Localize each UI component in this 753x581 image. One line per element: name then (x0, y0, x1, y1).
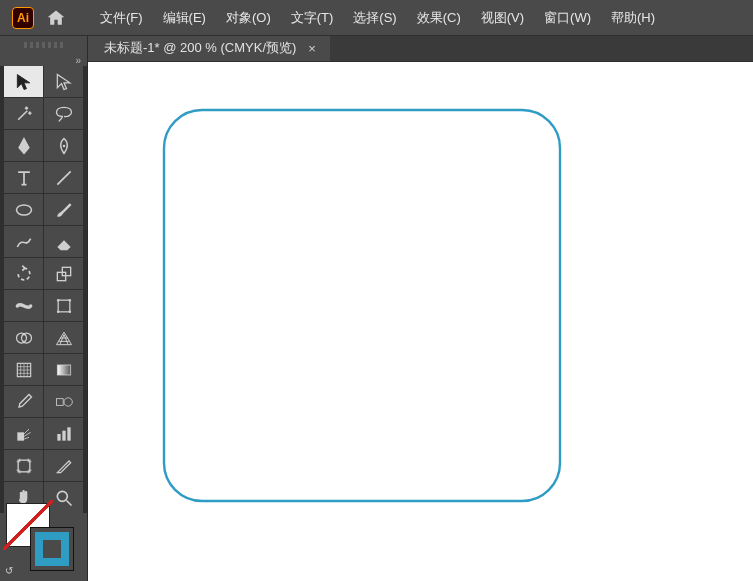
svg-rect-4 (58, 300, 70, 312)
svg-point-22 (57, 491, 67, 501)
symbol-sprayer-icon (14, 424, 34, 444)
artboard-tool[interactable] (4, 450, 43, 481)
menu-edit[interactable]: 编辑(E) (153, 0, 216, 35)
direct-selection-icon (54, 72, 74, 92)
perspective-grid-tool[interactable] (44, 322, 83, 353)
svg-point-11 (23, 333, 25, 335)
svg-rect-20 (67, 427, 70, 440)
slice-tool[interactable] (44, 450, 83, 481)
toolbox-flyout[interactable]: » (0, 54, 87, 66)
lasso-icon (54, 104, 74, 124)
symbol-sprayer-tool[interactable] (4, 418, 43, 449)
shape-builder-icon (14, 328, 34, 348)
chevron-right-icon: » (75, 55, 81, 66)
magic-wand-tool[interactable] (4, 98, 43, 129)
type-tool[interactable] (4, 162, 43, 193)
curvature-tool[interactable] (44, 130, 83, 161)
paintbrush-icon (54, 200, 74, 220)
menu-select[interactable]: 选择(S) (343, 0, 406, 35)
column-graph-tool[interactable] (44, 418, 83, 449)
svg-rect-14 (57, 365, 70, 375)
lasso-tool[interactable] (44, 98, 83, 129)
toolbox-panel: » (0, 36, 88, 581)
menu-effect[interactable]: 效果(C) (407, 0, 471, 35)
width-icon (14, 296, 34, 316)
selection-icon (14, 72, 34, 92)
svg-rect-15 (56, 398, 63, 405)
scale-icon (54, 264, 74, 284)
pen-icon (14, 136, 34, 156)
scale-tool[interactable] (44, 258, 83, 289)
menu-view[interactable]: 视图(V) (471, 0, 534, 35)
svg-point-6 (68, 298, 71, 301)
document-tab[interactable]: 未标题-1* @ 200 % (CMYK/预览) × (88, 35, 330, 61)
magic-wand-icon (14, 104, 34, 124)
blend-tool[interactable] (44, 386, 83, 417)
tool-grid (0, 66, 87, 513)
artboard-icon (14, 456, 34, 476)
pen-tool[interactable] (4, 130, 43, 161)
canvas-artwork[interactable] (162, 108, 562, 503)
home-button[interactable] (42, 4, 70, 32)
mesh-icon (14, 360, 34, 380)
svg-rect-2 (57, 272, 65, 280)
home-icon (46, 8, 66, 28)
menu-help[interactable]: 帮助(H) (601, 0, 665, 35)
menu-items: 文件(F) 编辑(E) 对象(O) 文字(T) 选择(S) 效果(C) 视图(V… (90, 0, 665, 35)
svg-point-16 (64, 397, 72, 405)
line-icon (54, 168, 74, 188)
svg-rect-21 (18, 460, 30, 472)
gradient-tool[interactable] (44, 354, 83, 385)
svg-point-5 (56, 298, 59, 301)
free-transform-icon (54, 296, 74, 316)
rotate-icon (14, 264, 34, 284)
menu-object[interactable]: 对象(O) (216, 0, 281, 35)
workspace[interactable] (88, 62, 753, 581)
mesh-tool[interactable] (4, 354, 43, 385)
svg-point-12 (23, 340, 25, 342)
shape-builder-tool[interactable] (4, 322, 43, 353)
curvature-icon (54, 136, 74, 156)
menu-file[interactable]: 文件(F) (90, 0, 153, 35)
eyedropper-tool[interactable] (4, 386, 43, 417)
svg-point-7 (56, 310, 59, 313)
rotate-tool[interactable] (4, 258, 43, 289)
menu-type[interactable]: 文字(T) (281, 0, 344, 35)
shaper-tool[interactable] (4, 226, 43, 257)
blend-icon (54, 392, 74, 412)
perspective-grid-icon (54, 328, 74, 348)
svg-rect-17 (17, 432, 24, 440)
menubar: Ai 文件(F) 编辑(E) 对象(O) 文字(T) 选择(S) 效果(C) 视… (0, 0, 753, 36)
svg-rect-19 (62, 430, 65, 440)
line-segment-tool[interactable] (44, 162, 83, 193)
svg-rect-3 (62, 267, 70, 275)
selection-tool[interactable] (4, 66, 43, 97)
panel-gripper[interactable] (0, 36, 87, 54)
direct-selection-tool[interactable] (44, 66, 83, 97)
close-icon[interactable]: × (308, 41, 316, 56)
svg-point-1 (16, 205, 31, 215)
svg-rect-18 (57, 434, 60, 441)
rounded-rectangle-shape (162, 108, 562, 503)
ellipse-icon (14, 200, 34, 220)
menu-window[interactable]: 窗口(W) (534, 0, 601, 35)
column-graph-icon (54, 424, 74, 444)
eyedropper-icon (14, 392, 34, 412)
type-icon (14, 168, 34, 188)
swap-fill-stroke-icon[interactable]: ↺ (5, 565, 13, 576)
eraser-icon (54, 232, 74, 252)
free-transform-tool[interactable] (44, 290, 83, 321)
eraser-tool[interactable] (44, 226, 83, 257)
stroke-swatch[interactable] (30, 527, 74, 571)
width-tool[interactable] (4, 290, 43, 321)
svg-rect-23 (164, 110, 560, 501)
svg-point-8 (68, 310, 71, 313)
stroke-swatch-inner (35, 532, 69, 566)
document-tab-bar: 未标题-1* @ 200 % (CMYK/预览) × (88, 36, 753, 62)
gradient-icon (54, 360, 74, 380)
app-logo[interactable]: Ai (12, 7, 34, 29)
ellipse-tool[interactable] (4, 194, 43, 225)
document-tab-title: 未标题-1* @ 200 % (CMYK/预览) (104, 39, 296, 57)
paintbrush-tool[interactable] (44, 194, 83, 225)
shaper-icon (14, 232, 34, 252)
